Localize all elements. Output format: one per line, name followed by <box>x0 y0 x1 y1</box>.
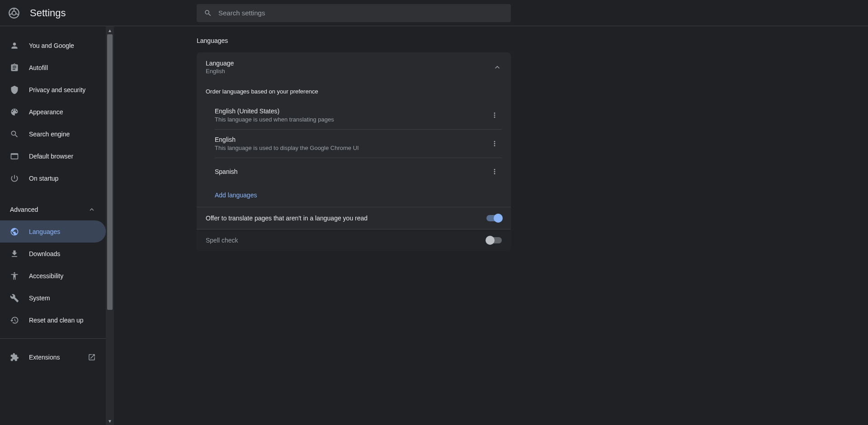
language-row: English (United States) This language is… <box>215 101 502 130</box>
language-section-subtitle: English <box>206 68 234 75</box>
main-content: Languages Language English Order languag… <box>114 26 868 425</box>
sidebar-item-search-engine[interactable]: Search engine <box>0 123 106 145</box>
sidebar-item-label: System <box>29 294 50 302</box>
scroll-up-arrow-icon[interactable]: ▲ <box>106 26 114 34</box>
sidebar-item-label: Reset and clean up <box>29 317 84 324</box>
translate-toggle-row: Offer to translate pages that aren't in … <box>197 207 511 229</box>
language-more-button[interactable] <box>487 108 502 122</box>
sidebar-scrollbar[interactable]: ▲ ▼ <box>106 26 114 425</box>
spellcheck-toggle-row: Spell check <box>197 229 511 251</box>
language-name: Spanish <box>215 168 238 175</box>
languages-card: Language English Order languages based o… <box>197 52 511 251</box>
sidebar-item-autofill[interactable]: Autofill <box>0 56 106 79</box>
more-vert-icon <box>491 140 499 148</box>
external-link-icon <box>88 353 96 361</box>
translate-toggle-label: Offer to translate pages that aren't in … <box>206 215 368 222</box>
sidebar-item-label: Extensions <box>29 354 60 361</box>
language-more-button[interactable] <box>487 136 502 151</box>
search-input[interactable] <box>218 9 504 17</box>
language-name: English <box>215 136 359 143</box>
sidebar: You and Google Autofill Privacy and secu… <box>0 26 106 425</box>
sidebar-item-on-startup[interactable]: On startup <box>0 167 106 189</box>
sidebar-item-label: Appearance <box>29 108 63 116</box>
advanced-label: Advanced <box>10 206 38 213</box>
sidebar-item-label: Autofill <box>29 64 48 71</box>
search-box[interactable] <box>197 4 511 22</box>
translate-toggle[interactable] <box>486 215 502 221</box>
globe-icon <box>10 227 19 236</box>
chrome-icon <box>8 7 20 19</box>
spellcheck-toggle[interactable] <box>486 237 502 243</box>
toggle-knob-icon <box>494 214 503 223</box>
language-list: English (United States) This language is… <box>197 101 511 185</box>
language-desc: This language is used to display the Goo… <box>215 145 359 151</box>
shield-icon <box>10 85 19 94</box>
language-row: Spanish <box>215 158 502 185</box>
sidebar-item-label: On startup <box>29 175 58 182</box>
sidebar-item-label: Default browser <box>29 153 73 160</box>
browser-icon <box>10 152 19 161</box>
palette-icon <box>10 107 19 117</box>
sidebar-item-label: Accessibility <box>29 272 63 280</box>
accessibility-icon <box>10 271 19 280</box>
extension-icon <box>10 353 19 362</box>
advanced-section-toggle[interactable]: Advanced <box>0 198 106 220</box>
svg-point-1 <box>12 11 16 15</box>
language-more-button[interactable] <box>487 164 502 179</box>
sidebar-item-label: Downloads <box>29 250 60 257</box>
sidebar-item-languages[interactable]: Languages <box>0 220 106 243</box>
language-desc: This language is used when translating p… <box>215 116 334 123</box>
sidebar-item-you-and-google[interactable]: You and Google <box>0 34 106 56</box>
chevron-up-icon <box>88 205 96 214</box>
scrollbar-thumb[interactable] <box>107 34 113 310</box>
restore-icon <box>10 316 19 325</box>
sidebar-item-downloads[interactable]: Downloads <box>0 243 106 265</box>
sidebar-item-reset[interactable]: Reset and clean up <box>0 309 106 331</box>
sidebar-item-system[interactable]: System <box>0 287 106 309</box>
language-section-header[interactable]: Language English <box>197 52 511 82</box>
wrench-icon <box>10 294 19 303</box>
sidebar-item-label: Languages <box>29 228 60 235</box>
header-title: Settings <box>30 7 66 19</box>
sidebar-separator <box>0 338 106 339</box>
sidebar-item-extensions[interactable]: Extensions <box>0 346 106 368</box>
person-icon <box>10 41 19 50</box>
sidebar-item-label: Privacy and security <box>29 86 85 93</box>
language-row: English This language is used to display… <box>215 130 502 158</box>
chevron-up-icon <box>493 63 502 72</box>
sidebar-item-label: Search engine <box>29 131 70 138</box>
sidebar-item-privacy[interactable]: Privacy and security <box>0 79 106 101</box>
add-languages-button[interactable]: Add languages <box>197 185 511 207</box>
order-preference-text: Order languages based on your preference <box>197 82 511 101</box>
download-icon <box>10 249 19 258</box>
sidebar-item-label: You and Google <box>29 42 74 49</box>
more-vert-icon <box>491 168 499 176</box>
language-name: English (United States) <box>215 107 334 115</box>
spellcheck-toggle-label: Spell check <box>206 237 238 244</box>
search-icon <box>204 9 212 17</box>
sidebar-item-accessibility[interactable]: Accessibility <box>0 265 106 287</box>
more-vert-icon <box>491 111 499 119</box>
scroll-down-arrow-icon[interactable]: ▼ <box>106 417 114 425</box>
assignment-icon <box>10 63 19 72</box>
language-section-title: Language <box>206 60 234 67</box>
app-header: Settings <box>0 0 868 26</box>
page-title: Languages <box>197 37 511 44</box>
power-icon <box>10 174 19 183</box>
search-icon <box>10 130 19 139</box>
sidebar-item-default-browser[interactable]: Default browser <box>0 145 106 167</box>
sidebar-item-appearance[interactable]: Appearance <box>0 101 106 123</box>
